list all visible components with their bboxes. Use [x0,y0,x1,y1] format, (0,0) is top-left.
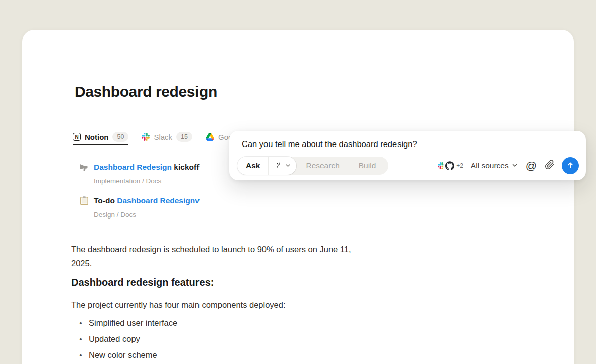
tab-count-badge: 15 [176,132,192,142]
mode-research-button[interactable]: Research [296,161,349,170]
model-selector-dropdown[interactable] [268,157,296,175]
tab-slack[interactable]: Slack 15 [142,129,192,145]
clipboard-icon [80,196,89,207]
main-card: Dashboard redesign N Notion 50 Slack 15 … [22,30,574,364]
notion-logo-icon: N [73,133,81,141]
arrow-up-icon [566,161,574,171]
slack-icon [142,133,150,141]
bullet-item: •Simplified user interface [71,315,177,331]
page-title: Dashboard redesign [75,83,217,100]
tab-label: Notion [85,133,108,141]
ai-doodle-icon [274,161,283,171]
tab-notion[interactable]: N Notion 50 [73,129,128,145]
result-item-title[interactable]: To-do Dashboard Redesignv [94,196,200,205]
doc-bullet-list: •Simplified user interface •Updated copy… [71,315,177,364]
bullet-item: •Updated copy [71,331,177,347]
result-item-title[interactable]: Dashboard Redesign kickoff [94,163,199,172]
all-sources-label: All sources [471,161,509,170]
send-button[interactable] [562,157,579,174]
all-sources-dropdown[interactable]: All sources [471,161,518,170]
chat-input[interactable]: Can you tell me about the dashboard rede… [242,139,417,149]
mode-build-button[interactable]: Build [349,161,388,170]
doc-heading-features: Dashboard redesign features: [71,277,214,288]
github-icon [444,161,455,171]
result-link[interactable]: Dashboard Redesignv [117,196,200,205]
tab-count-badge: 50 [112,132,128,142]
ask-controls: Ask Research Build +2 All sources @ [237,157,579,175]
result-breadcrumb: Implementation / Docs [94,177,161,185]
bullet-item: •New color scheme [71,347,177,363]
mention-button[interactable]: @ [525,160,538,172]
connected-sources-chips[interactable]: +2 [436,161,463,171]
mode-pill: Ask [237,157,296,175]
doc-paragraph-components: The project currently has four main comp… [71,300,286,310]
attach-file-button[interactable] [545,160,555,172]
sources-extra-count: +2 [456,162,463,169]
ai-ask-box: Can you tell me about the dashboard rede… [229,131,586,180]
doc-paragraph-intro: The dashboard redesign is scheduled to l… [71,243,353,270]
ask-right-controls: +2 All sources @ [436,157,579,174]
paperclip-icon [545,160,555,172]
mode-switcher: Ask Research Build [237,157,388,175]
chevron-down-icon [285,161,291,170]
mode-ask-button[interactable]: Ask [237,157,268,175]
chevron-down-icon [512,161,518,170]
megaphone-icon [79,162,89,175]
google-drive-icon [206,133,214,141]
result-link[interactable]: Dashboard Redesign [94,163,172,171]
tab-label: Slack [154,133,172,141]
result-breadcrumb: Design / Docs [94,211,136,219]
